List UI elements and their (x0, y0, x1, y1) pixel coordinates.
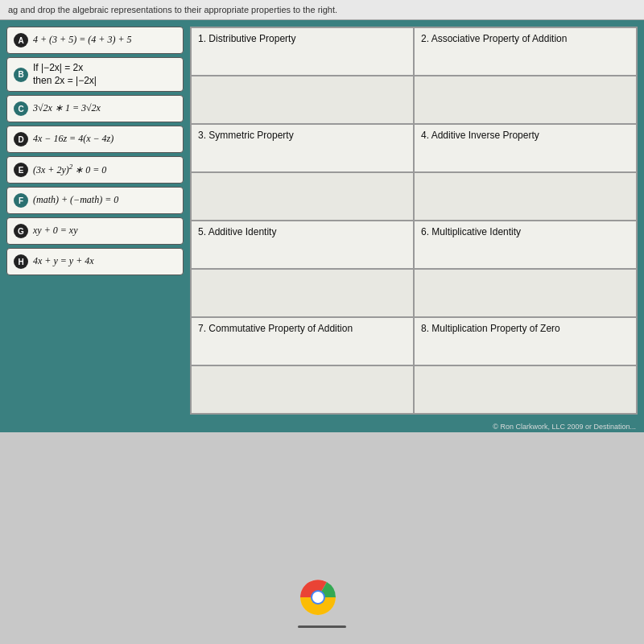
item-d-text: 4x − 16z = 4(x − 4z) (33, 133, 114, 146)
drop-zone-6[interactable] (414, 269, 637, 317)
screen: ag and drop the algebraic representation… (0, 0, 644, 644)
item-g-text: xy + 0 = xy (33, 225, 78, 237)
prop-5-number: 5. (198, 226, 208, 237)
prop-2-number: 2. (421, 33, 431, 44)
prop-3-label: 3. Symmetric Property (191, 124, 414, 172)
taskbar-indicator (298, 625, 346, 628)
drag-item-g[interactable]: G xy + 0 = xy (6, 217, 184, 245)
drop-zone-8[interactable] (414, 365, 637, 414)
badge-e: E (14, 163, 28, 177)
property-grid: 1. Distributive Property 2. Associative … (190, 27, 638, 415)
drop-zone-5[interactable] (191, 269, 414, 317)
drag-item-c[interactable]: C 3√2x ∗ 1 = 3√2x (6, 95, 184, 122)
prop-4-number: 4. (421, 130, 431, 141)
chrome-icon-svg (298, 577, 338, 617)
badge-a: A (14, 33, 28, 47)
item-f-text: (math) + (−math) = 0 (33, 194, 118, 207)
desktop-area (0, 432, 644, 644)
item-b-text: If |−2x| = 2xthen 2x = |−2x| (33, 62, 97, 87)
badge-b: B (14, 68, 28, 82)
badge-c: C (14, 101, 28, 116)
prop-7-number: 7. (198, 323, 208, 334)
drag-items-column: A 4 + (3 + 5) = (4 + 3) + 5 B If |−2x| =… (6, 27, 184, 415)
prop-8-label: 8. Multiplication Property of Zero (414, 317, 637, 365)
prop-8-name: Multiplication Property of Zero (431, 323, 559, 334)
drop-zone-2[interactable] (414, 76, 637, 124)
drop-zone-1[interactable] (191, 76, 414, 124)
prop-7-label: 7. Commutative Property of Addition (191, 317, 414, 365)
badge-g: G (14, 224, 28, 238)
copyright-bar: © Ron Clarkwork, LLC 2009 or Destination… (0, 421, 644, 432)
item-c-text: 3√2x ∗ 1 = 3√2x (33, 102, 101, 115)
svg-point-2 (312, 592, 324, 603)
instruction-text: ag and drop the algebraic representation… (8, 5, 337, 14)
item-e-text: (3x + 2y)2 ∗ 0 = 0 (33, 163, 106, 177)
prop-8-number: 8. (421, 323, 431, 334)
instruction-bar: ag and drop the algebraic representation… (0, 0, 644, 20)
prop-1-number: 1. (198, 33, 208, 44)
main-content: A 4 + (3 + 5) = (4 + 3) + 5 B If |−2x| =… (0, 20, 644, 421)
drop-zone-3[interactable] (191, 172, 414, 221)
prop-3-name: Symmetric Property (208, 130, 293, 141)
prop-3-number: 3. (198, 130, 208, 141)
drop-zone-4[interactable] (414, 172, 637, 221)
item-a-text: 4 + (3 + 5) = (4 + 3) + 5 (33, 34, 131, 47)
prop-2-name: Associative Property of Addition (431, 33, 568, 44)
prop-4-label: 4. Additive Inverse Property (414, 124, 637, 172)
drop-zone-7[interactable] (191, 365, 414, 414)
prop-5-label: 5. Additive Identity (191, 221, 414, 269)
copyright-text: © Ron Clarkwork, LLC 2009 or Destination… (493, 423, 636, 431)
drag-item-b[interactable]: B If |−2x| = 2xthen 2x = |−2x| (6, 57, 184, 92)
item-h-text: 4x + y = y + 4x (33, 255, 94, 268)
chrome-taskbar-icon[interactable] (298, 577, 346, 628)
badge-d: D (14, 132, 28, 147)
drag-item-f[interactable]: F (math) + (−math) = 0 (6, 187, 184, 214)
prop-7-name: Commutative Property of Addition (208, 323, 353, 334)
prop-1-label: 1. Distributive Property (191, 27, 414, 76)
drag-item-h[interactable]: H 4x + y = y + 4x (6, 248, 184, 275)
prop-6-name: Multiplicative Identity (431, 226, 521, 237)
badge-h: H (14, 254, 28, 269)
prop-2-label: 2. Associative Property of Addition (414, 27, 637, 76)
prop-5-name: Additive Identity (208, 226, 277, 237)
prop-4-name: Additive Inverse Property (431, 130, 539, 141)
property-grid-container: 1. Distributive Property 2. Associative … (190, 27, 638, 415)
drag-item-a[interactable]: A 4 + (3 + 5) = (4 + 3) + 5 (6, 27, 184, 54)
badge-f: F (14, 193, 28, 208)
prop-1-name: Distributive Property (208, 33, 295, 44)
drag-item-d[interactable]: D 4x − 16z = 4(x − 4z) (6, 126, 184, 153)
prop-6-number: 6. (421, 226, 431, 237)
drag-item-e[interactable]: E (3x + 2y)2 ∗ 0 = 0 (6, 156, 184, 184)
prop-6-label: 6. Multiplicative Identity (414, 221, 637, 269)
